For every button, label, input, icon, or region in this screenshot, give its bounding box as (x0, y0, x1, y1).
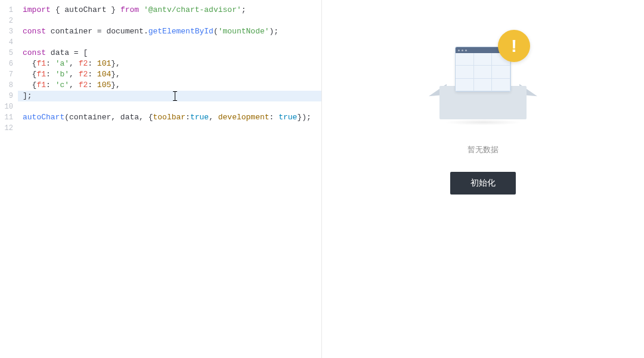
line-number: 9 (0, 91, 18, 101)
preview-pane: 暂无数据 初始化 (322, 0, 644, 358)
empty-state-text: 暂无数据 (467, 144, 499, 155)
code-line[interactable]: const container = document.getElementByI… (23, 26, 321, 37)
code-line[interactable]: {f1: 'c', f2: 105}, (23, 80, 321, 91)
code-text-area[interactable]: import { autoChart } from '@antv/chart-a… (18, 0, 321, 358)
code-line[interactable]: import { autoChart } from '@antv/chart-a… (23, 5, 321, 16)
line-number: 3 (0, 26, 18, 37)
line-number: 1 (0, 5, 18, 16)
code-line[interactable]: ]; (18, 91, 321, 101)
line-number: 11 (0, 112, 18, 123)
code-line[interactable] (23, 101, 321, 112)
code-line[interactable] (23, 16, 321, 26)
line-number: 6 (0, 58, 18, 69)
code-editor-pane[interactable]: 123456789101112 import { autoChart } fro… (0, 0, 322, 358)
code-line[interactable] (23, 37, 321, 48)
code-line[interactable]: autoChart(container, data, {toolbar:true… (23, 112, 321, 123)
initialize-button[interactable]: 初始化 (450, 172, 516, 195)
line-number: 10 (0, 101, 18, 112)
code-line[interactable]: const data = [ (23, 48, 321, 58)
code-line[interactable] (23, 123, 321, 134)
line-number: 7 (0, 69, 18, 80)
line-number: 12 (0, 123, 18, 134)
text-cursor-icon (175, 91, 175, 101)
warning-icon (498, 30, 530, 62)
line-number: 5 (0, 48, 18, 58)
code-line[interactable]: {f1: 'b', f2: 104}, (23, 69, 321, 80)
code-line[interactable]: {f1: 'a', f2: 101}, (23, 58, 321, 69)
line-number: 2 (0, 16, 18, 26)
line-number: 4 (0, 37, 18, 48)
line-number-gutter: 123456789101112 (0, 0, 18, 358)
line-number: 8 (0, 80, 18, 91)
empty-state-illustration (432, 30, 534, 131)
